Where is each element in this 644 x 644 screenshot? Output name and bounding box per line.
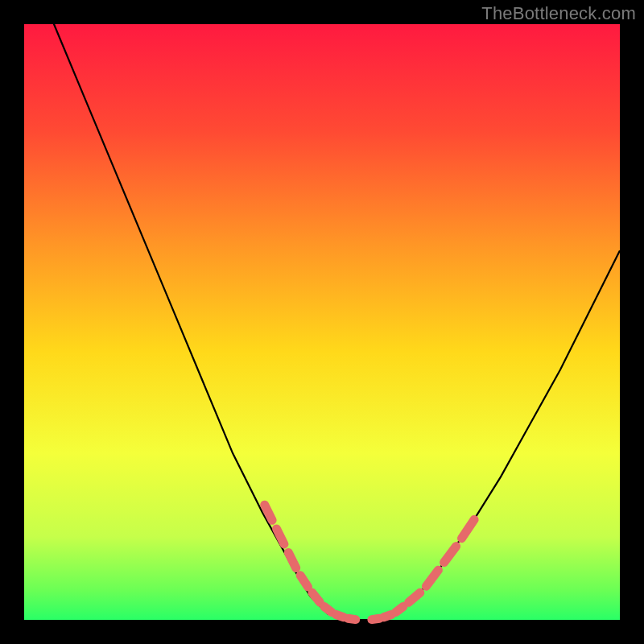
attribution-text: TheBottleneck.com bbox=[481, 3, 636, 24]
chart-stage: { "attribution": "TheBottleneck.com", "c… bbox=[0, 0, 644, 644]
plot-svg bbox=[0, 0, 644, 644]
highlight-dash bbox=[384, 615, 391, 617]
highlight-dash bbox=[324, 607, 332, 613]
highlight-dash bbox=[312, 592, 320, 602]
highlight-dash bbox=[348, 618, 355, 619]
highlight-dash bbox=[396, 607, 403, 613]
highlight-dash bbox=[300, 576, 308, 587]
highlight-dash bbox=[372, 618, 379, 619]
plot-area bbox=[24, 24, 620, 620]
highlight-dash bbox=[336, 615, 344, 617]
